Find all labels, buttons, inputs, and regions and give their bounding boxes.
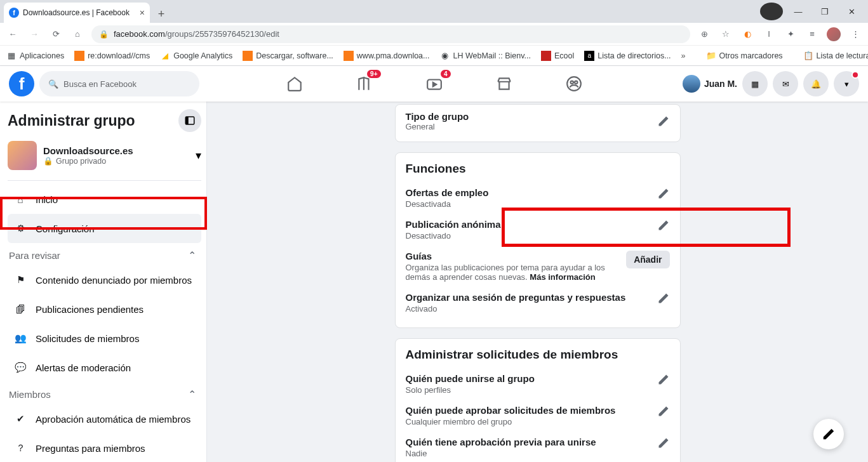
back-button[interactable]: ←	[5, 27, 20, 42]
user-name: Juan M.	[704, 79, 737, 89]
mas-informacion-link[interactable]: Más información	[530, 272, 595, 282]
address-bar: ← → ⟳ ⌂ 🔒 facebook.com/groups/2557359764…	[0, 23, 868, 46]
edit-pencil-icon[interactable]	[657, 405, 670, 418]
compose-fab[interactable]	[813, 419, 844, 449]
edit-pencil-icon[interactable]	[657, 187, 670, 200]
sidebar-item-contenido-denunciado[interactable]: ⚑Contenido denunciado por miembros	[8, 265, 201, 294]
collapse-panel-button[interactable]	[178, 109, 201, 132]
content-stage: Administrar grupo Downloadsource.es 🔒Gru…	[0, 102, 868, 462]
anadir-button[interactable]: Añadir	[626, 251, 669, 268]
notification-dot	[851, 71, 859, 79]
svg-point-3	[575, 81, 577, 84]
extension-icon-1[interactable]: ◐	[740, 27, 755, 42]
account-dropdown-button[interactable]: ▾	[834, 71, 859, 96]
favicon-facebook: f	[9, 8, 19, 18]
close-tab-icon[interactable]: ×	[140, 8, 145, 18]
setting-quien-aprobar[interactable]: Quién puede aprobar solicitudes de miemb…	[406, 400, 670, 432]
setting-value: General	[406, 122, 469, 131]
svg-point-1	[567, 77, 581, 91]
omnibox[interactable]: 🔒 facebook.com/groups/255735976452130/ed…	[91, 25, 690, 43]
setting-ofertas-empleo[interactable]: Ofertas de empleoDesactivada	[406, 182, 670, 214]
zoom-icon[interactable]: ⊕	[697, 27, 712, 42]
lock-icon: 🔒	[99, 30, 109, 39]
bookmarks-overflow[interactable]: »	[681, 51, 686, 60]
group-selector[interactable]: Downloadsource.es 🔒Grupo privado ▾	[8, 138, 201, 176]
browser-tab[interactable]: f Downloadsource.es | Facebook ×	[4, 3, 150, 23]
bookmark-ecool[interactable]: Ecool	[541, 51, 574, 61]
chat-icon: 💬	[13, 362, 28, 373]
setting-tipo-de-grupo[interactable]: Tipo de grupo General	[395, 104, 681, 142]
section-title-admin: Administrar solicitudes de miembros	[406, 348, 670, 362]
nav-pages-icon[interactable]: 9+	[352, 71, 377, 96]
close-window-button[interactable]: ✕	[840, 3, 863, 20]
search-icon: 🔍	[48, 79, 58, 89]
sidebar: Administrar grupo Downloadsource.es 🔒Gru…	[0, 102, 207, 462]
facebook-logo[interactable]: f	[9, 71, 34, 96]
sidebar-item-aprobacion-auto[interactable]: ✔Aprobación automática de miembros	[8, 404, 201, 433]
bookmark-listdir[interactable]: aLista de directorios...	[584, 51, 671, 61]
edit-pencil-icon[interactable]	[657, 292, 670, 305]
user-avatar	[683, 75, 700, 93]
edit-pencil-icon[interactable]	[657, 219, 670, 232]
forward-button: →	[27, 27, 42, 42]
edit-pencil-icon[interactable]	[657, 373, 670, 386]
setting-qa-session[interactable]: Organizar una sesión de preguntas y resp…	[406, 287, 670, 319]
main-content: Tipo de grupo General Funciones Ofertas …	[207, 102, 868, 462]
group-privacy: 🔒Grupo privado	[43, 156, 133, 166]
nav-home-icon[interactable]	[282, 71, 307, 96]
bookmark-descargar[interactable]: Descargar, software...	[243, 51, 333, 61]
card-funciones: Funciones Ofertas de empleoDesactivada P…	[395, 152, 681, 328]
bookmark-ga[interactable]: ◢Google Analytics	[160, 51, 232, 61]
menu-grid-button[interactable]: ▦	[742, 71, 768, 96]
divider	[8, 180, 201, 181]
bookmark-redownload[interactable]: re:download//cms	[74, 51, 150, 61]
sidebar-section-miembros[interactable]: Miembros⌃	[8, 382, 201, 404]
nav-groups-icon[interactable]	[561, 71, 587, 96]
kebab-menu[interactable]: ⋮	[848, 27, 863, 42]
flag-icon: ⚑	[13, 274, 28, 286]
question-icon: ？	[13, 442, 28, 454]
section-title-funciones: Funciones	[406, 162, 670, 176]
notifications-button[interactable]: 🔔	[803, 71, 829, 96]
reload-button[interactable]: ⟳	[48, 27, 63, 42]
tab-title: Downloadsource.es | Facebook	[23, 8, 136, 17]
extension-icon-2[interactable]: I	[761, 27, 777, 42]
bookmark-apps[interactable]: ▦Aplicaciones	[6, 51, 64, 61]
search-input[interactable]: 🔍 Busca en Facebook	[39, 71, 199, 96]
lock-icon: 🔒	[43, 156, 53, 166]
nav-watch-icon[interactable]: 4	[422, 71, 447, 96]
setting-quien-unirse[interactable]: Quién puede unirse al grupoSolo perfiles	[406, 368, 670, 400]
sidebar-item-inicio[interactable]: ⌂Inicio	[8, 185, 201, 214]
chevron-up-icon: ⌃	[188, 249, 196, 261]
sidebar-section-para-revisar[interactable]: Para revisar⌃	[8, 243, 201, 265]
bookmark-otros[interactable]: 📁Otros marcadores	[706, 51, 783, 61]
setting-label: Tipo de grupo	[406, 111, 469, 122]
bookmark-star-icon[interactable]: ☆	[718, 27, 733, 42]
minimize-button[interactable]: —	[787, 3, 810, 20]
bookmark-pma[interactable]: www.pma.downloa...	[344, 51, 430, 61]
sidebar-item-publicaciones-pendientes[interactable]: 🗐Publicaciones pendientes	[8, 294, 201, 324]
profile-avatar[interactable]	[826, 27, 841, 42]
sidebar-item-alertas[interactable]: 💬Alertas de moderación	[8, 353, 201, 382]
sidebar-item-configuracion[interactable]: ⚙Configuración	[8, 214, 201, 243]
facebook-header: f 🔍 Busca en Facebook 9+ 4 Juan M. ▦ ✉ 🔔…	[0, 66, 868, 102]
reading-list-icon[interactable]: ≡	[805, 27, 820, 42]
user-chip[interactable]: Juan M.	[683, 75, 737, 93]
maximize-button[interactable]: ❐	[813, 3, 836, 20]
bookmark-lh[interactable]: ◉LH WebMail :: Bienv...	[439, 51, 531, 61]
edit-pencil-icon[interactable]	[657, 115, 670, 128]
setting-publicacion-anonima[interactable]: Publicación anónimaDesactivado	[406, 214, 670, 246]
edit-pencil-icon[interactable]	[657, 437, 670, 449]
header-right: Juan M. ▦ ✉ 🔔 ▾	[683, 71, 859, 96]
search-placeholder: Busca en Facebook	[63, 79, 137, 89]
account-indicator-icon[interactable]	[760, 3, 783, 20]
extensions-button[interactable]: ✦	[783, 27, 798, 42]
bookmark-reading-list[interactable]: 📋Lista de lectura	[803, 51, 868, 61]
setting-quien-previa[interactable]: Quién tiene aprobación previa para unirs…	[406, 432, 670, 462]
sidebar-item-preguntas[interactable]: ？Preguntas para miembros	[8, 433, 201, 462]
new-tab-button[interactable]: +	[152, 5, 170, 23]
nav-marketplace-icon[interactable]	[491, 71, 517, 96]
home-button[interactable]: ⌂	[70, 27, 85, 42]
messenger-button[interactable]: ✉	[773, 71, 798, 96]
sidebar-item-solicitudes[interactable]: 👥Solicitudes de miembros	[8, 324, 201, 353]
